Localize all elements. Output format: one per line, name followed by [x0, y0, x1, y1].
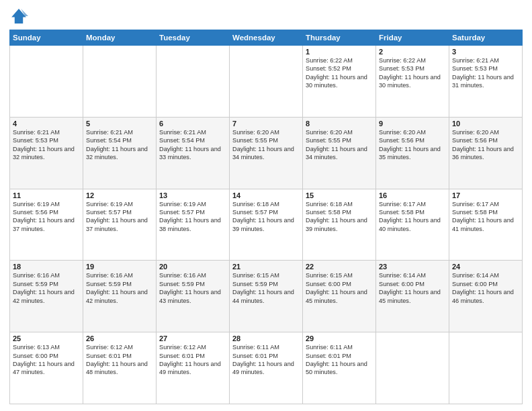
- calendar-cell: 7Sunrise: 6:20 AM Sunset: 5:55 PM Daylig…: [230, 117, 303, 189]
- day-number: 3: [452, 48, 519, 56]
- weekday-header: Tuesday: [157, 30, 230, 46]
- day-number: 24: [452, 263, 519, 271]
- day-number: 6: [159, 120, 226, 128]
- day-number: 9: [379, 120, 446, 128]
- weekday-header: Monday: [83, 30, 157, 46]
- calendar-header-row: SundayMondayTuesdayWednesdayThursdayFrid…: [10, 30, 523, 46]
- page: SundayMondayTuesdayWednesdayThursdayFrid…: [0, 0, 532, 411]
- calendar-cell: 11Sunrise: 6:19 AM Sunset: 5:56 PM Dayli…: [10, 189, 83, 261]
- day-number: 2: [379, 48, 446, 56]
- day-info: Sunrise: 6:22 AM Sunset: 5:53 PM Dayligh…: [379, 56, 446, 90]
- day-number: 1: [306, 48, 373, 56]
- calendar-cell: 5Sunrise: 6:21 AM Sunset: 5:54 PM Daylig…: [83, 117, 157, 189]
- calendar-cell: 1Sunrise: 6:22 AM Sunset: 5:52 PM Daylig…: [303, 46, 376, 118]
- calendar-body: 1Sunrise: 6:22 AM Sunset: 5:52 PM Daylig…: [10, 46, 523, 404]
- calendar-cell: 12Sunrise: 6:19 AM Sunset: 5:57 PM Dayli…: [83, 189, 157, 261]
- calendar-cell: 10Sunrise: 6:20 AM Sunset: 5:56 PM Dayli…: [449, 117, 523, 189]
- day-number: 12: [86, 191, 153, 199]
- day-info: Sunrise: 6:18 AM Sunset: 5:58 PM Dayligh…: [306, 200, 373, 234]
- day-number: 28: [232, 334, 300, 342]
- day-number: 17: [452, 191, 519, 199]
- day-info: Sunrise: 6:21 AM Sunset: 5:53 PM Dayligh…: [452, 56, 519, 90]
- day-info: Sunrise: 6:20 AM Sunset: 5:56 PM Dayligh…: [452, 128, 519, 162]
- calendar-cell: 28Sunrise: 6:11 AM Sunset: 6:01 PM Dayli…: [230, 332, 303, 404]
- calendar-cell: 18Sunrise: 6:16 AM Sunset: 5:59 PM Dayli…: [10, 261, 83, 332]
- day-info: Sunrise: 6:21 AM Sunset: 5:53 PM Dayligh…: [13, 128, 80, 162]
- weekday-header: Thursday: [303, 30, 376, 46]
- day-number: 25: [13, 334, 80, 342]
- calendar-cell: 26Sunrise: 6:12 AM Sunset: 6:01 PM Dayli…: [83, 332, 157, 404]
- logo-icon: [9, 7, 28, 26]
- day-info: Sunrise: 6:16 AM Sunset: 5:59 PM Dayligh…: [159, 271, 226, 305]
- day-number: 16: [379, 191, 446, 199]
- day-info: Sunrise: 6:21 AM Sunset: 5:54 PM Dayligh…: [86, 128, 153, 162]
- calendar-cell: [230, 46, 303, 118]
- calendar-cell: 27Sunrise: 6:12 AM Sunset: 6:01 PM Dayli…: [157, 332, 230, 404]
- calendar-cell: 17Sunrise: 6:17 AM Sunset: 5:58 PM Dayli…: [449, 189, 523, 261]
- day-info: Sunrise: 6:14 AM Sunset: 6:00 PM Dayligh…: [379, 271, 446, 305]
- day-number: 4: [13, 120, 80, 128]
- header: [9, 7, 523, 26]
- calendar-week-row: 25Sunrise: 6:13 AM Sunset: 6:00 PM Dayli…: [10, 332, 523, 404]
- day-info: Sunrise: 6:13 AM Sunset: 6:00 PM Dayligh…: [13, 343, 80, 377]
- day-info: Sunrise: 6:22 AM Sunset: 5:52 PM Dayligh…: [306, 56, 373, 90]
- calendar-week-row: 4Sunrise: 6:21 AM Sunset: 5:53 PM Daylig…: [10, 117, 523, 189]
- day-number: 8: [306, 120, 373, 128]
- day-info: Sunrise: 6:21 AM Sunset: 5:54 PM Dayligh…: [159, 128, 226, 162]
- calendar-cell: 4Sunrise: 6:21 AM Sunset: 5:53 PM Daylig…: [10, 117, 83, 189]
- day-number: 18: [13, 263, 80, 271]
- day-number: 5: [86, 120, 153, 128]
- weekday-header: Sunday: [10, 30, 83, 46]
- calendar-cell: 9Sunrise: 6:20 AM Sunset: 5:56 PM Daylig…: [376, 117, 449, 189]
- day-number: 7: [232, 120, 300, 128]
- day-info: Sunrise: 6:17 AM Sunset: 5:58 PM Dayligh…: [379, 200, 446, 234]
- day-info: Sunrise: 6:19 AM Sunset: 5:57 PM Dayligh…: [86, 200, 153, 234]
- calendar-cell: 13Sunrise: 6:19 AM Sunset: 5:57 PM Dayli…: [157, 189, 230, 261]
- day-number: 23: [379, 263, 446, 271]
- day-number: 11: [13, 191, 80, 199]
- calendar-cell: 24Sunrise: 6:14 AM Sunset: 6:00 PM Dayli…: [449, 261, 523, 332]
- day-info: Sunrise: 6:18 AM Sunset: 5:57 PM Dayligh…: [232, 200, 300, 234]
- calendar-cell: 16Sunrise: 6:17 AM Sunset: 5:58 PM Dayli…: [376, 189, 449, 261]
- calendar-cell: [376, 332, 449, 404]
- day-info: Sunrise: 6:15 AM Sunset: 5:59 PM Dayligh…: [232, 271, 300, 305]
- calendar-cell: 22Sunrise: 6:15 AM Sunset: 6:00 PM Dayli…: [303, 261, 376, 332]
- calendar-cell: 25Sunrise: 6:13 AM Sunset: 6:00 PM Dayli…: [10, 332, 83, 404]
- day-number: 27: [159, 334, 226, 342]
- day-number: 15: [306, 191, 373, 199]
- calendar-cell: 8Sunrise: 6:20 AM Sunset: 5:55 PM Daylig…: [303, 117, 376, 189]
- day-info: Sunrise: 6:20 AM Sunset: 5:56 PM Dayligh…: [379, 128, 446, 162]
- calendar-week-row: 11Sunrise: 6:19 AM Sunset: 5:56 PM Dayli…: [10, 189, 523, 261]
- day-number: 10: [452, 120, 519, 128]
- day-info: Sunrise: 6:20 AM Sunset: 5:55 PM Dayligh…: [306, 128, 373, 162]
- calendar-cell: [83, 46, 157, 118]
- day-number: 14: [232, 191, 300, 199]
- day-info: Sunrise: 6:15 AM Sunset: 6:00 PM Dayligh…: [306, 271, 373, 305]
- day-info: Sunrise: 6:16 AM Sunset: 5:59 PM Dayligh…: [86, 271, 153, 305]
- weekday-header: Saturday: [449, 30, 523, 46]
- weekday-header: Wednesday: [230, 30, 303, 46]
- day-number: 26: [86, 334, 153, 342]
- calendar-week-row: 18Sunrise: 6:16 AM Sunset: 5:59 PM Dayli…: [10, 261, 523, 332]
- calendar-cell: 21Sunrise: 6:15 AM Sunset: 5:59 PM Dayli…: [230, 261, 303, 332]
- calendar-cell: [10, 46, 83, 118]
- day-number: 29: [306, 334, 373, 342]
- weekday-header: Friday: [376, 30, 449, 46]
- calendar-cell: 2Sunrise: 6:22 AM Sunset: 5:53 PM Daylig…: [376, 46, 449, 118]
- day-number: 20: [159, 263, 226, 271]
- day-info: Sunrise: 6:16 AM Sunset: 5:59 PM Dayligh…: [13, 271, 80, 305]
- calendar-table: SundayMondayTuesdayWednesdayThursdayFrid…: [9, 30, 523, 404]
- day-info: Sunrise: 6:12 AM Sunset: 6:01 PM Dayligh…: [159, 343, 226, 377]
- day-info: Sunrise: 6:19 AM Sunset: 5:56 PM Dayligh…: [13, 200, 80, 234]
- calendar-cell: 29Sunrise: 6:11 AM Sunset: 6:01 PM Dayli…: [303, 332, 376, 404]
- day-info: Sunrise: 6:11 AM Sunset: 6:01 PM Dayligh…: [306, 343, 373, 377]
- calendar-cell: 20Sunrise: 6:16 AM Sunset: 5:59 PM Dayli…: [157, 261, 230, 332]
- day-number: 13: [159, 191, 226, 199]
- day-number: 21: [232, 263, 300, 271]
- day-info: Sunrise: 6:19 AM Sunset: 5:57 PM Dayligh…: [159, 200, 226, 234]
- calendar-week-row: 1Sunrise: 6:22 AM Sunset: 5:52 PM Daylig…: [10, 46, 523, 118]
- day-info: Sunrise: 6:14 AM Sunset: 6:00 PM Dayligh…: [452, 271, 519, 305]
- day-info: Sunrise: 6:20 AM Sunset: 5:55 PM Dayligh…: [232, 128, 300, 162]
- day-info: Sunrise: 6:17 AM Sunset: 5:58 PM Dayligh…: [452, 200, 519, 234]
- day-number: 19: [86, 263, 153, 271]
